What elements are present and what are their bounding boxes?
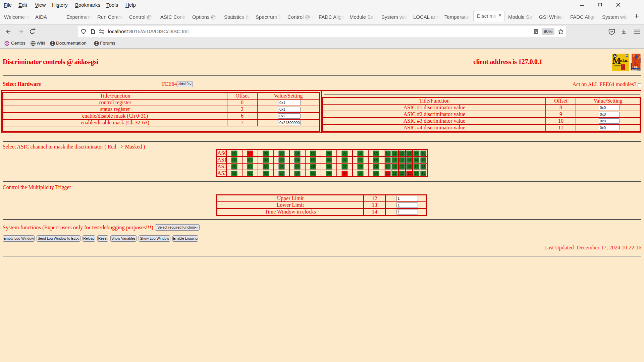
svg-text:POWERED: POWERED [632,68,641,70]
svg-text:idas: idas [620,58,629,63]
svg-text:M: M [612,56,621,66]
svg-text:TCL: TCL [632,65,638,68]
